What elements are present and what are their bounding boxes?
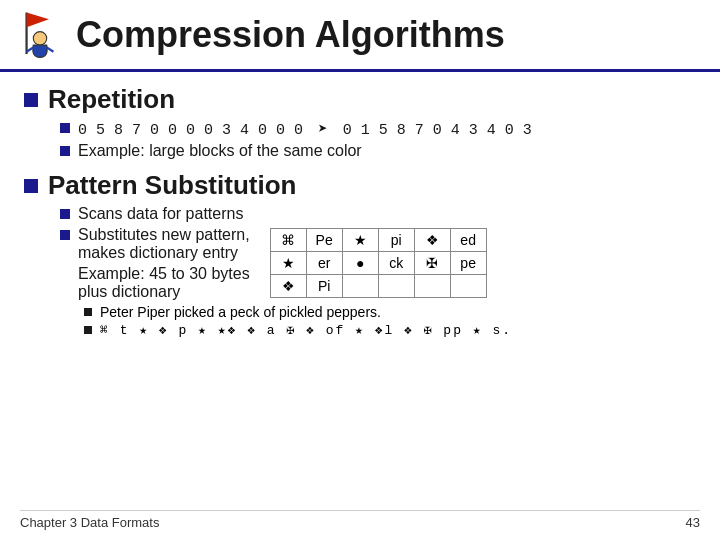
repetition-title: Repetition (48, 84, 175, 115)
dict-cell: er (306, 252, 342, 275)
pattern-title: Pattern Substitution (48, 170, 296, 201)
substitutes-with-table: Substitutes new pattern, makes dictionar… (78, 226, 487, 301)
pattern-scans-bullet (60, 209, 70, 219)
repetition-example-item: Example: large blocks of the same color (60, 142, 696, 160)
repetition-section-header: Repetition (24, 84, 696, 115)
svg-marker-1 (27, 12, 49, 27)
dict-row-3: ❖ Pi (270, 275, 486, 298)
pattern-scans-text: Scans data for patterns (78, 205, 243, 223)
repetition-code-text: 0 5 8 7 0 0 0 0 3 4 0 0 0 ➤ 0 1 5 8 7 0 … (78, 119, 532, 139)
repetition-example-text: Example: large blocks of the same color (78, 142, 362, 160)
svg-point-2 (33, 31, 46, 44)
dict-row-2: ★ er ● ck ✠ pe (270, 252, 486, 275)
content-area: Repetition 0 5 8 7 0 0 0 0 3 4 0 0 0 ➤ 0… (0, 72, 720, 348)
footer-left: Chapter 3 Data Formats (20, 515, 159, 530)
repetition-bullet (24, 93, 38, 107)
example45-line2: plus dictionary (78, 283, 250, 301)
peter-piper-item: Peter Piper picked a peck of pickled pep… (84, 304, 696, 320)
pattern-substitutes-bullet (60, 230, 70, 240)
pattern-items: Scans data for patterns Substitutes new … (60, 205, 696, 301)
footer: Chapter 3 Data Formats 43 (20, 510, 700, 530)
repetition-code-item: 0 5 8 7 0 0 0 0 3 4 0 0 0 ➤ 0 1 5 8 7 0 … (60, 119, 696, 139)
peter-piper-text: Peter Piper picked a peck of pickled pep… (100, 304, 381, 320)
dict-cell: ed (450, 229, 486, 252)
svg-line-4 (47, 47, 54, 51)
page-title: Compression Algorithms (76, 14, 505, 56)
substitutes-line1: Substitutes new pattern, (78, 226, 250, 244)
dict-cell: pe (450, 252, 486, 275)
symbol-line-item: ⌘ t ★ ❖ p ★ ★❖ ❖ a ✠ ❖ of ★ ❖l ❖ ✠ pp ★ … (84, 322, 696, 338)
dict-cell: ★ (270, 252, 306, 275)
dict-cell: ⌘ (270, 229, 306, 252)
substitutes-line2: makes dictionary entry (78, 244, 250, 262)
pattern-section-header: Pattern Substitution (24, 170, 696, 201)
pattern-bullet (24, 179, 38, 193)
pattern-scans-item: Scans data for patterns (60, 205, 696, 223)
dict-cell: Pi (306, 275, 342, 298)
dict-cell: Pe (306, 229, 342, 252)
dict-cell (378, 275, 414, 298)
person-flag-icon (16, 7, 64, 63)
example45-line1: Example: 45 to 30 bytes (78, 265, 250, 283)
dict-row-1: ⌘ Pe ★ pi ❖ ed (270, 229, 486, 252)
dict-cell: ❖ (270, 275, 306, 298)
dict-cell (342, 275, 378, 298)
repetition-code-bullet (60, 123, 70, 133)
dict-cell: ● (342, 252, 378, 275)
peter-piper-bullet (84, 308, 92, 316)
header: Compression Algorithms (0, 0, 720, 72)
dict-cell: ✠ (414, 252, 450, 275)
dict-cell: ❖ (414, 229, 450, 252)
dictionary-table: ⌘ Pe ★ pi ❖ ed ★ er ● ck ✠ (270, 228, 487, 298)
repetition-example-bullet (60, 146, 70, 156)
symbol-line-text: ⌘ t ★ ❖ p ★ ★❖ ❖ a ✠ ❖ of ★ ❖l ❖ ✠ pp ★ … (100, 322, 512, 338)
arrow-icon: ➤ (318, 119, 328, 139)
substitutes-text-block: Substitutes new pattern, makes dictionar… (78, 226, 250, 301)
dict-cell: ★ (342, 229, 378, 252)
dict-cell: ck (378, 252, 414, 275)
footer-right: 43 (686, 515, 700, 530)
dict-cell: pi (378, 229, 414, 252)
dict-cell (414, 275, 450, 298)
symbol-line-bullet (84, 326, 92, 334)
dict-cell (450, 275, 486, 298)
pattern-substitutes-item: Substitutes new pattern, makes dictionar… (60, 226, 696, 301)
